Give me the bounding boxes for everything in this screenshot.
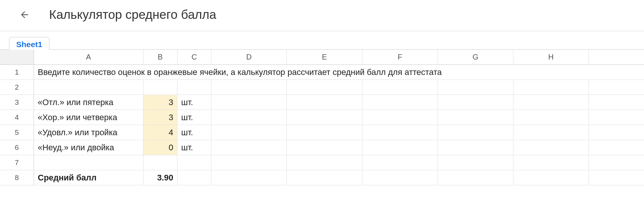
cell-tail3[interactable] — [589, 95, 644, 110]
cell-a1[interactable]: Введите количество оценок в оранжевые яч… — [34, 65, 644, 80]
cell-d7[interactable] — [211, 155, 287, 170]
cell-h4[interactable] — [513, 110, 589, 125]
cell-tail4[interactable] — [589, 110, 644, 125]
sheet-tabs: Sheet1 — [0, 31, 644, 49]
col-header-tail[interactable] — [589, 50, 644, 65]
cell-d5[interactable] — [211, 125, 287, 140]
cell-tail5[interactable] — [589, 125, 644, 140]
col-header-c[interactable]: C — [177, 50, 211, 65]
cell-f4[interactable] — [362, 110, 438, 125]
cell-f2[interactable] — [362, 80, 438, 95]
cell-e7[interactable] — [287, 155, 362, 170]
cell-a7[interactable] — [34, 155, 143, 170]
cell-e2[interactable] — [287, 80, 362, 95]
cell-h3[interactable] — [513, 95, 589, 110]
arrow-left-icon — [19, 9, 30, 20]
col-header-e[interactable]: E — [287, 50, 362, 65]
cell-h6[interactable] — [513, 140, 589, 155]
cell-c2[interactable] — [177, 80, 211, 95]
cell-a5[interactable]: «Удовл.» или тройка — [34, 125, 143, 140]
cell-tail2[interactable] — [589, 80, 644, 95]
cell-f8[interactable] — [362, 170, 438, 185]
spreadsheet-grid: A B C D E F G H 1 Введите количество оце… — [0, 49, 644, 185]
back-button[interactable] — [19, 9, 30, 20]
cell-g7[interactable] — [438, 155, 513, 170]
row-header-1[interactable]: 1 — [0, 65, 34, 80]
cell-d6[interactable] — [211, 140, 287, 155]
cell-tail6[interactable] — [589, 140, 644, 155]
cell-a4[interactable]: «Хор.» или четверка — [34, 110, 143, 125]
cell-a8[interactable]: Средний балл — [34, 170, 143, 185]
cell-b5[interactable]: 4 — [143, 125, 177, 140]
app-header: Калькулятор среднего балла — [0, 0, 644, 31]
cell-a3[interactable]: «Отл.» или пятерка — [34, 95, 143, 110]
cell-d4[interactable] — [211, 110, 287, 125]
cell-e6[interactable] — [287, 140, 362, 155]
cell-c8[interactable] — [177, 170, 211, 185]
cell-b3[interactable]: 3 — [143, 95, 177, 110]
cell-b7[interactable] — [143, 155, 177, 170]
cell-c5[interactable]: шт. — [177, 125, 211, 140]
cell-e3[interactable] — [287, 95, 362, 110]
tab-sheet1[interactable]: Sheet1 — [9, 37, 49, 50]
cell-f5[interactable] — [362, 125, 438, 140]
cell-d3[interactable] — [211, 95, 287, 110]
corner-cell[interactable] — [0, 50, 34, 65]
cell-b4[interactable]: 3 — [143, 110, 177, 125]
row-header-6[interactable]: 6 — [0, 140, 34, 155]
row-header-5[interactable]: 5 — [0, 125, 34, 140]
cell-g3[interactable] — [438, 95, 513, 110]
cell-d2[interactable] — [211, 80, 287, 95]
col-header-f[interactable]: F — [362, 50, 438, 65]
cell-e5[interactable] — [287, 125, 362, 140]
cell-c3[interactable]: шт. — [177, 95, 211, 110]
cell-h8[interactable] — [513, 170, 589, 185]
row-header-7[interactable]: 7 — [0, 155, 34, 170]
cell-f3[interactable] — [362, 95, 438, 110]
cell-g2[interactable] — [438, 80, 513, 95]
cell-b8[interactable]: 3.90 — [143, 170, 177, 185]
cell-f6[interactable] — [362, 140, 438, 155]
cell-a6[interactable]: «Неуд.» или двойка — [34, 140, 143, 155]
cell-e8[interactable] — [287, 170, 362, 185]
cell-c6[interactable]: шт. — [177, 140, 211, 155]
cell-b6[interactable]: 0 — [143, 140, 177, 155]
row-header-4[interactable]: 4 — [0, 110, 34, 125]
cell-g6[interactable] — [438, 140, 513, 155]
row-header-2[interactable]: 2 — [0, 80, 34, 95]
cell-d8[interactable] — [211, 170, 287, 185]
cell-g8[interactable] — [438, 170, 513, 185]
cell-g5[interactable] — [438, 125, 513, 140]
cell-tail8[interactable] — [589, 170, 644, 185]
cell-tail7[interactable] — [589, 155, 644, 170]
cell-a2[interactable] — [34, 80, 143, 95]
col-header-g[interactable]: G — [438, 50, 513, 65]
col-header-d[interactable]: D — [211, 50, 287, 65]
cell-b2[interactable] — [143, 80, 177, 95]
row-header-3[interactable]: 3 — [0, 95, 34, 110]
col-header-b[interactable]: B — [143, 50, 177, 65]
col-header-h[interactable]: H — [513, 50, 589, 65]
cell-g4[interactable] — [438, 110, 513, 125]
cell-f7[interactable] — [362, 155, 438, 170]
col-header-a[interactable]: A — [34, 50, 143, 65]
cell-h2[interactable] — [513, 80, 589, 95]
cell-h7[interactable] — [513, 155, 589, 170]
cell-h5[interactable] — [513, 125, 589, 140]
cell-e4[interactable] — [287, 110, 362, 125]
cell-c7[interactable] — [177, 155, 211, 170]
row-header-8[interactable]: 8 — [0, 170, 34, 185]
page-title: Калькулятор среднего балла — [49, 8, 216, 22]
cell-c4[interactable]: шт. — [177, 110, 211, 125]
